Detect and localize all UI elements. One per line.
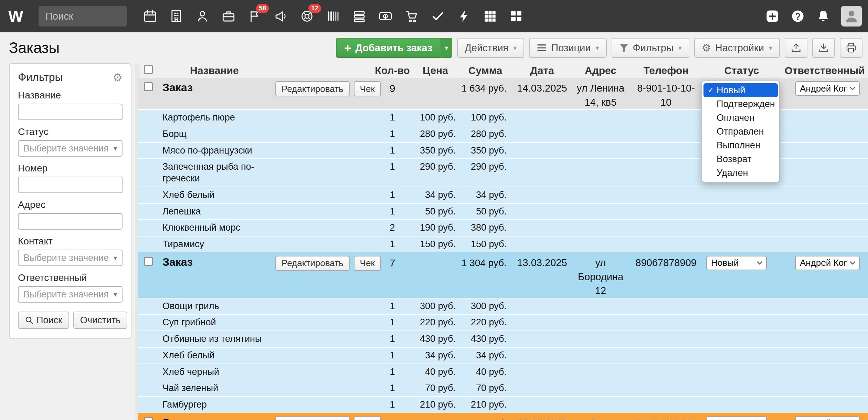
order-item-row: Отбивные из телятины1430 руб.430 руб. (138, 330, 868, 347)
status-option[interactable]: ✓Новый (703, 83, 778, 97)
caret-down-icon: ▾ (114, 144, 117, 153)
status-dropdown-popup: ✓НовыйПодтвержденОплаченОтправленВыполне… (701, 81, 780, 182)
flag-icon[interactable]: 58 (247, 9, 262, 24)
item-sum: 34 руб. (458, 187, 513, 203)
col-header-status[interactable]: Статус (702, 65, 781, 76)
filter-field-label: Номер (18, 163, 123, 174)
status-option[interactable]: Выполнен (703, 138, 778, 152)
actions-button[interactable]: Действия▾ (457, 38, 524, 58)
item-sum: 300 руб. (458, 298, 513, 314)
col-header-sum[interactable]: Сумма (458, 65, 513, 76)
download-button[interactable] (812, 38, 835, 58)
item-sum: 40 руб. (458, 364, 513, 380)
order-item-row: Хлеб белый134 руб.34 руб. (138, 347, 868, 364)
edit-order-button[interactable]: Редактировать (275, 81, 350, 96)
settings-button[interactable]: ⚙Настройки▾ (694, 38, 780, 58)
item-price: 280 руб. (413, 126, 458, 142)
order-phone: 89067878909 (630, 252, 702, 298)
col-header-name[interactable]: Название (157, 65, 372, 76)
upload-button[interactable] (785, 38, 807, 58)
order-address: ул Ленина 14, кв5 (571, 78, 630, 109)
order-price (413, 413, 458, 420)
notifications-bell-icon[interactable] (816, 9, 831, 24)
order-item-row: Суп грибной1220 руб.220 руб. (138, 314, 868, 330)
item-price: 210 руб. (413, 397, 458, 413)
payments-icon[interactable] (378, 9, 393, 24)
user-avatar[interactable] (841, 6, 862, 27)
edit-order-button[interactable]: Редактировать (275, 416, 350, 420)
filter-select[interactable]: Выберите значения▾ (18, 286, 123, 303)
building-icon[interactable] (169, 9, 184, 24)
help-icon[interactable] (790, 9, 805, 24)
contacts-icon[interactable] (195, 9, 210, 24)
barcode-icon[interactable] (326, 9, 341, 24)
order-responsible-select[interactable]: Андрей Копы (795, 416, 860, 420)
filter-input[interactable] (18, 177, 123, 193)
add-order-dropdown-toggle[interactable]: ▾ (441, 38, 452, 58)
item-qty: 1 (372, 298, 413, 314)
print-button[interactable] (840, 38, 862, 58)
order-date: 13.03.2025 (513, 413, 571, 420)
filter-select[interactable]: Выберите значение▾ (18, 250, 123, 266)
status-option[interactable]: Подтвержден (703, 97, 778, 111)
order-checkbox[interactable] (144, 417, 153, 420)
order-status-select[interactable]: Новый (706, 256, 767, 270)
catalog-list-icon[interactable] (352, 9, 367, 24)
filters-button[interactable]: Фильтры▾ (612, 38, 689, 58)
calendar-icon[interactable] (142, 9, 158, 24)
item-qty: 1 (372, 315, 413, 330)
filter-select[interactable]: Выберите значения▾ (18, 140, 123, 157)
grid-9-icon[interactable] (483, 9, 498, 24)
order-checkbox[interactable] (144, 257, 153, 266)
briefcase-icon[interactable] (221, 9, 236, 24)
check-icon: ✓ (706, 86, 715, 95)
col-header-price[interactable]: Цена (413, 65, 458, 76)
filters-clear-button[interactable]: Очистить (73, 312, 128, 329)
filters-gear-icon[interactable]: ⚙ (113, 72, 123, 83)
filter-input[interactable] (18, 104, 123, 120)
order-item-row: Гамбургер1210 руб.210 руб. (138, 396, 868, 413)
status-option[interactable]: Отправлен (703, 125, 778, 138)
col-header-qty[interactable]: Кол-во (372, 65, 413, 76)
col-header-date[interactable]: Дата (513, 65, 571, 76)
order-price (413, 252, 458, 298)
col-header-phone[interactable]: Телефон (630, 65, 702, 76)
order-price (413, 78, 458, 109)
order-status-select[interactable]: Подтвержден (706, 416, 767, 420)
app-logo[interactable]: W (8, 7, 29, 25)
order-responsible-select[interactable]: Андрей Копы (795, 81, 860, 96)
search-input[interactable] (39, 6, 127, 27)
col-header-address[interactable]: Адрес (571, 65, 630, 76)
lightning-icon[interactable] (456, 9, 472, 24)
order-checkbox[interactable] (144, 82, 153, 91)
order-phone: 8-901-10-10-10 (630, 78, 702, 109)
edit-order-button[interactable]: Редактировать (275, 256, 350, 271)
add-order-button[interactable]: +Добавить заказ (336, 38, 441, 58)
toolbar: +Добавить заказ ▾ Действия▾ Позиции▾ Фил… (336, 38, 862, 58)
item-name: Тирамису (157, 239, 204, 250)
filters-fields: НазваниеСтатусВыберите значения▾НомерАдр… (18, 90, 123, 303)
status-option[interactable]: Оплачен (703, 111, 778, 125)
checkmark-icon[interactable] (430, 9, 445, 24)
order-sum: 1 634 руб. (458, 78, 513, 109)
caret-down-icon: ▾ (595, 44, 599, 52)
filter-input[interactable] (18, 213, 123, 230)
order-responsible-select[interactable]: Андрей Копы (795, 256, 860, 270)
filters-search-button[interactable]: Поиск (18, 312, 69, 329)
upload-icon (790, 42, 802, 54)
item-name: Лепешка (157, 206, 201, 218)
grid-4-icon[interactable] (509, 9, 524, 24)
status-option[interactable]: Возврат (703, 152, 778, 166)
add-icon[interactable] (765, 9, 780, 24)
col-header-responsible[interactable]: Ответственный (781, 65, 868, 76)
megaphone-icon[interactable] (273, 9, 288, 24)
select-all-checkbox[interactable] (144, 65, 153, 74)
item-name: Овощи гриль (157, 301, 219, 312)
order-row: ЗаказРедактироватьЧек71 304 руб.13.03.20… (138, 252, 868, 298)
positions-button[interactable]: Позиции▾ (529, 38, 606, 58)
cart-icon[interactable] (404, 9, 419, 24)
status-option[interactable]: Удален (703, 166, 778, 180)
funnel-icon (619, 43, 629, 53)
chevron-down-icon (849, 261, 856, 265)
support-lifebuoy-icon[interactable]: 12 (299, 9, 315, 24)
